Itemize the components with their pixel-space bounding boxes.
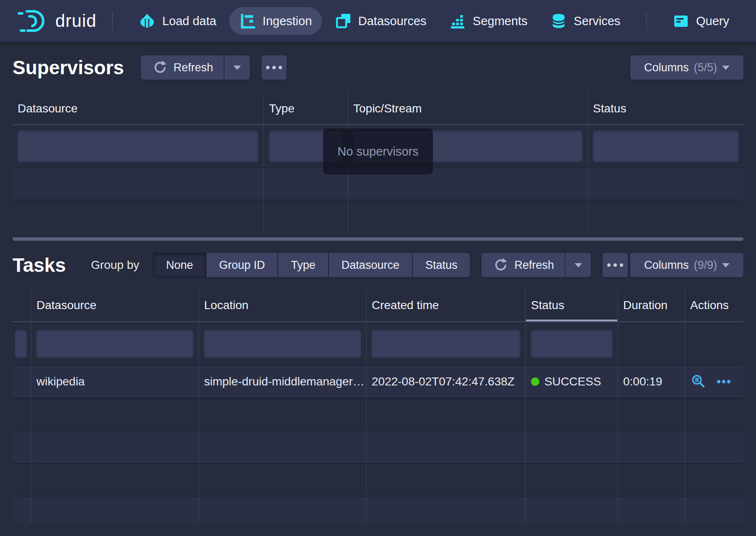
column-header-duration[interactable]: Duration	[617, 289, 684, 321]
nav-item-segments[interactable]: Segments	[439, 7, 538, 35]
filter-input-status[interactable]	[531, 329, 613, 358]
task-duration-cell: 0:00:19	[617, 366, 684, 398]
supervisors-more-button[interactable]	[261, 55, 287, 80]
upload-icon	[139, 13, 155, 29]
status-success-dot	[531, 377, 539, 386]
supervisors-columns-button[interactable]: Columns (5/5)	[630, 55, 743, 80]
group-by-label: Group by	[91, 258, 139, 272]
table-row	[13, 398, 743, 430]
task-more-actions-icon[interactable]	[716, 374, 731, 389]
columns-count: (9/9)	[694, 259, 717, 272]
table-row	[13, 496, 743, 523]
tasks-table-header-row: Datasource Location Created time Status …	[13, 289, 743, 322]
logo-text: druid	[55, 11, 96, 31]
filter-input-created-time[interactable]	[371, 329, 520, 358]
column-header-location[interactable]: Location	[198, 289, 366, 321]
refresh-label: Refresh	[173, 61, 213, 74]
nav-item-label: Query	[696, 14, 729, 28]
more-icon	[620, 263, 623, 267]
filter-input-first[interactable]	[15, 329, 27, 358]
nav-item-datasources[interactable]: Datasources	[325, 7, 437, 35]
column-header-empty	[13, 289, 31, 321]
datasources-icon	[335, 13, 352, 29]
column-header-actions[interactable]: Actions	[684, 289, 743, 321]
columns-count: (5/5)	[694, 61, 717, 74]
druid-logo-icon	[17, 8, 49, 34]
supervisors-table-header-row: Datasource Type Topic/Stream Status	[13, 93, 743, 125]
group-by-group-id-button[interactable]: Group ID	[207, 253, 278, 277]
segments-icon	[449, 13, 466, 29]
tasks-refresh-split: Refresh	[482, 253, 591, 277]
task-status-cell: SUCCESS	[525, 366, 617, 398]
column-header-status-label: Status	[531, 299, 564, 312]
column-header-status[interactable]: Status	[525, 289, 617, 321]
column-header-topic-stream[interactable]: Topic/Stream	[347, 93, 587, 124]
task-datasource-cell[interactable]: wikipedia	[31, 366, 198, 398]
more-icon	[279, 66, 282, 69]
column-header-type[interactable]: Type	[263, 93, 347, 124]
inspect-task-icon[interactable]	[691, 374, 706, 389]
table-row	[13, 463, 743, 496]
refresh-label: Refresh	[514, 259, 554, 272]
druid-logo[interactable]: druid	[17, 8, 96, 34]
nav-item-load-data[interactable]: Load data	[129, 7, 226, 35]
column-header-created-time[interactable]: Created time	[366, 289, 525, 321]
nav-item-ingestion[interactable]: Ingestion	[229, 7, 322, 35]
tasks-table: Datasource Location Created time Status …	[13, 289, 743, 523]
supervisors-refresh-button[interactable]: Refresh	[141, 55, 224, 80]
group-by-none-button[interactable]: None	[153, 253, 206, 277]
chevron-down-icon	[722, 263, 730, 268]
columns-label: Columns	[644, 259, 689, 272]
column-header-datasource[interactable]: Datasource	[13, 93, 263, 124]
nav-item-label: Datasources	[358, 14, 427, 28]
refresh-icon	[152, 60, 167, 75]
nav-item-label: Segments	[473, 14, 528, 28]
filter-input-datasource[interactable]	[36, 329, 194, 358]
nav-item-label: Load data	[162, 14, 216, 28]
task-created-time-cell: 2022-08-02T07:42:47.638Z	[366, 366, 525, 398]
tasks-more-button[interactable]	[603, 253, 628, 277]
ingestion-icon	[239, 13, 256, 29]
services-icon	[550, 13, 567, 29]
supervisors-table: Datasource Type Topic/Stream Status No s…	[13, 93, 743, 232]
tasks-filter-row	[13, 322, 743, 365]
status-label: SUCCESS	[544, 375, 601, 388]
task-location-cell: simple-druid-middlemanager…	[198, 366, 366, 398]
more-icon	[266, 66, 269, 69]
column-header-status[interactable]: Status	[587, 93, 743, 124]
tasks-refresh-button[interactable]: Refresh	[482, 253, 565, 277]
filter-input-status[interactable]	[593, 130, 739, 162]
tasks-header: Tasks Group by None Group ID Type Dataso…	[13, 241, 743, 289]
nav-item-label: Services	[574, 14, 620, 28]
nav-item-label: Ingestion	[263, 14, 312, 28]
supervisors-header: Supervisors Refresh Columns (5/5)	[13, 42, 743, 93]
tasks-title: Tasks	[13, 254, 66, 276]
sort-indicator	[526, 320, 617, 321]
filter-input-datasource[interactable]	[17, 130, 259, 162]
supervisors-refresh-caret-button[interactable]	[224, 55, 250, 80]
nav-divider	[646, 11, 647, 31]
chevron-down-icon	[233, 65, 241, 70]
filter-input-location[interactable]	[204, 329, 361, 358]
group-by-type-button[interactable]: Type	[278, 253, 328, 277]
tasks-columns-button[interactable]: Columns (9/9)	[630, 253, 743, 277]
table-row	[13, 200, 743, 232]
nav-item-services[interactable]: Services	[540, 7, 630, 35]
supervisors-refresh-split: Refresh	[141, 55, 250, 80]
nav-item-query[interactable]: Query	[663, 7, 739, 35]
group-by-status-button[interactable]: Status	[413, 253, 470, 277]
group-by-datasource-button[interactable]: Datasource	[329, 253, 412, 277]
chevron-down-icon	[575, 263, 582, 268]
tasks-refresh-caret-button[interactable]	[565, 253, 591, 277]
chevron-down-icon	[722, 65, 730, 70]
group-by-button-group: None Group ID Type Datasource Status	[153, 253, 470, 277]
task-row-wikipedia[interactable]: wikipedia simple-druid-middlemanager… 20…	[13, 365, 743, 398]
column-header-datasource[interactable]: Datasource	[31, 289, 198, 321]
more-icon	[272, 66, 276, 69]
no-supervisors-message: No supervisors	[323, 128, 433, 174]
nav-divider	[112, 11, 113, 31]
navbar: druid Load data Ingestion Datasource	[0, 0, 756, 42]
task-actions-cell	[684, 366, 743, 398]
query-icon	[673, 13, 689, 29]
horizontal-scrollbar[interactable]	[13, 237, 743, 241]
